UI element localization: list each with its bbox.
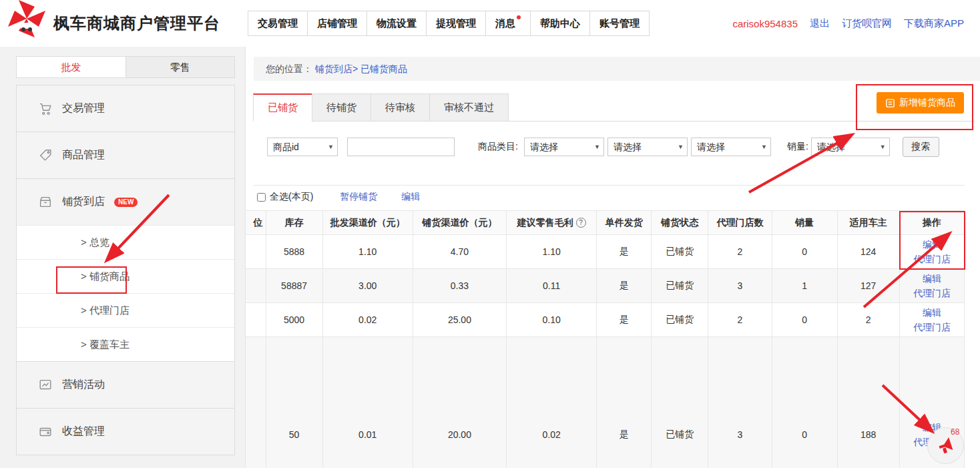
sidebar-menu: 交易管理 商品管理 铺货到店 NEW > 总览 > 铺货商品 > 代理门店 > … bbox=[16, 85, 235, 455]
op-cell: 编辑代理门店 bbox=[899, 269, 964, 303]
chart-icon bbox=[38, 378, 53, 393]
table-cell: 0.10 bbox=[507, 303, 597, 337]
agent-store-link[interactable]: 代理门店 bbox=[901, 252, 963, 266]
nav-item[interactable]: 物流设置 bbox=[366, 11, 427, 36]
column-header: 铺货状态 bbox=[652, 211, 708, 235]
user-area: carisok954835 退出 订货呗官网 下载商家APP bbox=[732, 0, 964, 47]
nav-item[interactable]: 消息 bbox=[485, 11, 531, 36]
category-select-1[interactable]: 请选择 ▼ bbox=[524, 138, 604, 156]
table-cell: 是 bbox=[597, 269, 652, 303]
agent-store-link[interactable]: 代理门店 bbox=[901, 320, 963, 334]
sidebar-item-marketing[interactable]: 营销活动 bbox=[17, 361, 234, 408]
table-cell: 0.01 bbox=[322, 337, 413, 468]
breadcrumb-label: 您的位置： bbox=[266, 63, 312, 74]
agent-store-link[interactable]: 代理门店 bbox=[901, 286, 963, 300]
edit-link[interactable]: 编辑 bbox=[901, 271, 963, 286]
sidebar-item-revenue[interactable]: 收益管理 bbox=[17, 408, 234, 455]
column-header: 建议零售毛利? bbox=[507, 211, 597, 235]
toggle-retail[interactable]: 零售 bbox=[126, 57, 235, 77]
products-table: 位库存批发渠道价（元）铺货渠道价（元）建议零售毛利?单件发货铺货状态代理门店数销… bbox=[246, 210, 965, 468]
add-product-button[interactable]: 新增铺货商品 bbox=[877, 92, 964, 113]
wallet-icon bbox=[38, 425, 53, 439]
table-cell: 已铺货 bbox=[652, 235, 708, 269]
sales-select[interactable]: 请选择 ▼ bbox=[811, 138, 890, 156]
status-tab[interactable]: 待审核 bbox=[371, 93, 430, 122]
column-header: 库存 bbox=[266, 211, 322, 235]
table-cell bbox=[246, 303, 266, 337]
table-cell: 0 bbox=[772, 337, 837, 468]
pause-distribution-link[interactable]: 暂停铺货 bbox=[340, 191, 377, 203]
table-cell: 58887 bbox=[266, 269, 322, 303]
mode-toggle: 批发 零售 bbox=[16, 56, 235, 78]
help-icon[interactable]: ? bbox=[576, 218, 586, 228]
unread-dot-icon bbox=[517, 15, 521, 19]
table-row: 58881.104.701.10是已铺货20124编辑代理门店 bbox=[246, 235, 965, 269]
category-select-3[interactable]: 请选择 ▼ bbox=[691, 138, 771, 156]
nav-item[interactable]: 帮助中心 bbox=[530, 11, 590, 36]
table-cell: 2 bbox=[837, 303, 899, 337]
nav-item[interactable]: 账号管理 bbox=[589, 11, 650, 36]
sidebar-subitem-covered-owners[interactable]: > 覆盖车主 bbox=[17, 327, 234, 361]
status-tabs: 已铺货待铺货待审核审核不通过 bbox=[254, 93, 509, 122]
batch-edit-link[interactable]: 编辑 bbox=[401, 191, 420, 203]
sidebar-item-label: 收益管理 bbox=[62, 425, 105, 439]
table-head-row: 位库存批发渠道价（元）铺货渠道价（元）建议零售毛利?单件发货铺货状态代理门店数销… bbox=[246, 211, 965, 235]
table-cell: 2 bbox=[708, 303, 772, 337]
top-header: 枫车商城商户管理平台 交易管理店铺管理物流设置提现管理消息帮助中心账号管理 ca… bbox=[0, 0, 980, 47]
table-cell: 0 bbox=[772, 235, 837, 269]
sidebar-subitem-distributed-goods[interactable]: > 铺货商品 bbox=[17, 259, 234, 293]
new-badge: NEW bbox=[114, 198, 138, 207]
logout-link[interactable]: 退出 bbox=[810, 17, 830, 30]
search-button[interactable]: 搜索 bbox=[903, 137, 939, 157]
edit-link[interactable]: 编辑 bbox=[901, 305, 963, 320]
select-all-checkbox[interactable] bbox=[257, 193, 266, 202]
op-cell: 编辑代理门店 bbox=[899, 303, 964, 337]
sidebar-item-distribute[interactable]: 铺货到店 NEW bbox=[17, 178, 234, 225]
sidebar-subitem-overview[interactable]: > 总览 bbox=[17, 225, 234, 259]
username[interactable]: carisok954835 bbox=[732, 18, 798, 29]
breadcrumb-current-link[interactable]: 已铺货商品 bbox=[360, 63, 407, 74]
status-tab[interactable]: 审核不通过 bbox=[429, 93, 509, 122]
main-content: 您的位置： 铺货到店> 已铺货商品 已铺货待铺货待审核审核不通过 新增铺货商品 … bbox=[246, 47, 980, 468]
category-select-2[interactable]: 请选择 ▼ bbox=[607, 138, 688, 156]
breadcrumb: 您的位置： 铺货到店> 已铺货商品 bbox=[254, 57, 980, 81]
toggle-wholesale[interactable]: 批发 bbox=[17, 57, 126, 77]
column-header: 铺货渠道价（元） bbox=[413, 211, 506, 235]
column-header: 单件发货 bbox=[597, 211, 652, 235]
table-cell: 188 bbox=[837, 337, 899, 468]
pinwheel-logo-icon bbox=[5, 0, 48, 40]
chevron-down-icon: ▼ bbox=[678, 138, 684, 156]
edit-link[interactable]: 编辑 bbox=[901, 237, 963, 252]
table-cell bbox=[246, 269, 266, 303]
nav-item[interactable]: 店铺管理 bbox=[307, 11, 367, 36]
status-tab[interactable]: 待铺货 bbox=[312, 93, 371, 122]
chevron-down-icon: ▼ bbox=[880, 138, 886, 156]
nav-item[interactable]: 提现管理 bbox=[426, 11, 486, 36]
table-cell bbox=[246, 337, 266, 468]
table-cell: 1 bbox=[772, 269, 837, 303]
breadcrumb-parent-link[interactable]: 铺货到店> bbox=[315, 63, 358, 74]
table-cell: 1.10 bbox=[507, 235, 597, 269]
sidebar-item-label: 交易管理 bbox=[62, 101, 105, 115]
table-cell: 0.02 bbox=[322, 303, 413, 337]
sidebar-item-label: 铺货到店 bbox=[62, 195, 105, 209]
tag-icon bbox=[38, 148, 53, 163]
table-cell: 3.00 bbox=[322, 269, 413, 303]
table-cell: 是 bbox=[597, 235, 652, 269]
dinghuobei-site-link[interactable]: 订货呗官网 bbox=[842, 17, 892, 30]
table-row: 588873.000.330.11是已铺货31127编辑代理门店 bbox=[246, 269, 965, 303]
download-app-link[interactable]: 下载商家APP bbox=[904, 17, 964, 30]
table-cell: 124 bbox=[837, 235, 899, 269]
status-tab[interactable]: 已铺货 bbox=[253, 93, 312, 122]
table-cell: 127 bbox=[837, 269, 899, 303]
table-row: 50000.0225.000.10是已铺货202编辑代理门店 bbox=[246, 303, 965, 337]
sidebar-item-goods[interactable]: 商品管理 bbox=[17, 132, 234, 178]
sidebar-item-trade[interactable]: 交易管理 bbox=[17, 85, 234, 132]
column-header: 操作 bbox=[899, 211, 964, 235]
column-header: 适用车主 bbox=[837, 211, 899, 235]
search-field-select[interactable]: 商品id ▼ bbox=[267, 138, 338, 156]
nav-item[interactable]: 交易管理 bbox=[248, 11, 308, 36]
category-label: 商品类目: bbox=[478, 141, 518, 153]
keyword-input[interactable] bbox=[347, 138, 455, 156]
sidebar-subitem-agent-stores[interactable]: > 代理门店 bbox=[17, 293, 234, 327]
